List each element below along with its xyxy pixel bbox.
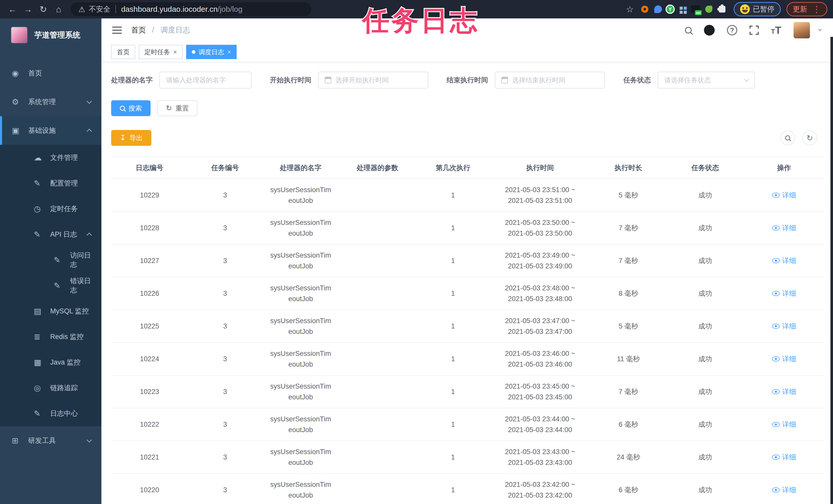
detail-link[interactable]: 详细 xyxy=(772,223,796,232)
breadcrumb-current: 调度日志 xyxy=(160,26,190,34)
sidebar-item-home[interactable]: ◉首页 xyxy=(0,59,101,87)
browser-update-button[interactable]: 更新 ⋮ xyxy=(786,2,827,16)
tab-首页[interactable]: 首页 xyxy=(111,45,135,59)
font-size-icon[interactable]: TT xyxy=(771,25,781,36)
detail-link[interactable]: 详细 xyxy=(772,354,796,363)
sidebar-item-infra[interactable]: ▣基础设施 xyxy=(0,116,101,145)
action-cell: 详细 xyxy=(744,441,824,474)
browser-menu-icon[interactable]: ⋮ xyxy=(812,4,821,14)
reload-icon[interactable]: ↻ xyxy=(37,2,50,16)
sidebar-item-access-log[interactable]: ✎访问日志 xyxy=(0,247,101,273)
sidebar-item-api-log[interactable]: ✎API 日志 xyxy=(0,222,101,247)
table-cell: 1 xyxy=(416,310,490,343)
eye-icon xyxy=(772,487,780,493)
sidebar-item-error-log[interactable]: ✎错误日志 xyxy=(0,273,101,298)
sidebar-item-label: API 日志 xyxy=(50,230,77,239)
begin-time: 2021-05-03 23:49:00 ~ xyxy=(490,250,590,261)
switch-on-extension-icon[interactable]: on xyxy=(690,3,701,15)
detail-link[interactable]: 详细 xyxy=(772,420,796,429)
eye-icon xyxy=(772,324,780,329)
table-cell: 1 xyxy=(416,277,490,310)
detail-link[interactable]: 详细 xyxy=(772,191,796,200)
table-cell: 5 毫秒 xyxy=(590,310,667,343)
leaf-extension-icon[interactable] xyxy=(703,3,715,15)
sidebar-item-label: 访问日志 xyxy=(70,251,91,269)
table-row: 102223sysUserSessionTimeoutJob12021-05-0… xyxy=(111,408,824,441)
breadcrumb-separator: / xyxy=(152,26,154,34)
sidebar-item-config[interactable]: ✎配置管理 xyxy=(0,170,101,196)
refresh-button[interactable]: ↻ xyxy=(802,130,817,145)
sidebar-item-mysql[interactable]: ▤MySQL 监控 xyxy=(0,298,101,324)
detail-link[interactable]: 详细 xyxy=(772,289,796,298)
chevron-down-icon[interactable] xyxy=(818,29,822,32)
sidebar-item-devtools[interactable]: ⊞研发工具 xyxy=(0,426,101,455)
blue-drop-extension-icon[interactable] xyxy=(652,3,664,15)
scrollbar[interactable] xyxy=(830,37,833,504)
sidebar-item-trace[interactable]: ◎链路追踪 xyxy=(0,375,101,401)
sidebar-menu: ◉首页⚙系统管理▣基础设施☁文件管理✎配置管理◷定时任务✎API 日志✎访问日志… xyxy=(0,59,101,455)
action-cell: 详细 xyxy=(744,179,824,211)
close-icon[interactable]: × xyxy=(227,48,231,56)
action-cell: 详细 xyxy=(744,310,824,343)
detail-link[interactable]: 详细 xyxy=(772,256,796,265)
back-icon[interactable]: ← xyxy=(6,2,20,16)
detail-link[interactable]: 详细 xyxy=(772,387,796,396)
reset-button[interactable]: ↻ 重置 xyxy=(157,100,197,116)
avatar[interactable] xyxy=(793,22,810,39)
sidebar-item-log-center[interactable]: ✎日志中心 xyxy=(0,401,101,426)
job-status-input[interactable]: 请选择任务状态 xyxy=(658,72,755,89)
address-bar[interactable]: ⚠ 不安全 dashboard.yudao.iocoder.cn /job/lo… xyxy=(71,2,311,16)
puzzle-extensions-icon[interactable] xyxy=(716,3,728,15)
end-time-input[interactable]: 选择结束执行时间 xyxy=(495,72,605,89)
export-button[interactable]: ↧ 导出 xyxy=(111,130,151,146)
toggle-search-button[interactable] xyxy=(780,130,795,145)
sidebar-item-job[interactable]: ◷定时任务 xyxy=(0,196,101,222)
search-icon[interactable] xyxy=(685,27,692,33)
security-label[interactable]: 不安全 xyxy=(89,4,110,14)
page-content: 处理器的名字请输入处理器的名字开始执行时间选择开始执行时间结束执行时间选择结束执… xyxy=(101,62,833,504)
begin-time: 2021-05-03 23:48:00 ~ xyxy=(490,283,590,294)
close-icon[interactable]: × xyxy=(173,48,177,56)
begin-time: 2021-05-03 23:43:00 ~ xyxy=(490,447,590,457)
home-icon[interactable]: ⌂ xyxy=(52,2,66,16)
table-cell xyxy=(339,310,416,343)
help-icon[interactable]: ? xyxy=(727,25,737,35)
table-cell: 1 xyxy=(416,441,490,474)
sidebar-item-file[interactable]: ☁文件管理 xyxy=(0,145,101,170)
bookmark-star-icon[interactable]: ☆ xyxy=(626,4,634,14)
eye-icon xyxy=(772,422,780,427)
fullscreen-icon[interactable] xyxy=(749,26,759,35)
column-header: 第几次执行 xyxy=(416,157,490,179)
hamburger-icon[interactable] xyxy=(112,27,122,34)
mysql-monitor-icon: ▤ xyxy=(34,306,50,316)
breadcrumb-home[interactable]: 首页 xyxy=(131,26,146,34)
monitor-icon: ▣ xyxy=(12,126,28,135)
handler-name-input[interactable]: 请输入处理器的名字 xyxy=(159,72,252,89)
orange-ring-extension-icon[interactable] xyxy=(639,3,651,15)
sidebar-item-java[interactable]: ▦Java 监控 xyxy=(0,350,101,375)
detail-link[interactable]: 详细 xyxy=(772,322,796,331)
tab-调度日志[interactable]: 调度日志× xyxy=(186,45,237,59)
handler-name: sysUserSessionTimeoutJob xyxy=(268,414,333,435)
table-row: 102273sysUserSessionTimeoutJob12021-05-0… xyxy=(111,244,824,277)
table-cell: 成功 xyxy=(667,375,744,408)
redis-monitor-icon: ≣ xyxy=(34,332,50,342)
paused-extension-badge[interactable]: 已暂停 xyxy=(734,2,781,16)
time-cell: 2021-05-03 23:43:00 ~2021-05-03 23:43:00 xyxy=(490,441,590,474)
sidebar-logo-row[interactable]: 芋道管理系统 xyxy=(0,19,101,52)
detail-link[interactable]: 详细 xyxy=(772,453,796,462)
github-icon[interactable] xyxy=(704,25,715,35)
forward-icon[interactable]: → xyxy=(21,2,35,16)
sidebar-item-redis[interactable]: ≣Redis 监控 xyxy=(0,324,101,350)
begin-time-input[interactable]: 选择开始执行时间 xyxy=(318,72,428,89)
search-button[interactable]: 搜索 xyxy=(111,100,150,116)
column-header: 任务编号 xyxy=(188,157,262,179)
action-cell: 详细 xyxy=(744,277,824,310)
tab-定时任务[interactable]: 定时任务× xyxy=(139,45,183,59)
green-check-extension-icon[interactable]: Y xyxy=(666,5,675,14)
table-cell: 10222 xyxy=(111,408,188,441)
detail-link[interactable]: 详细 xyxy=(772,485,796,495)
sidebar-item-system[interactable]: ⚙系统管理 xyxy=(0,87,101,116)
grid-extension-icon[interactable] xyxy=(676,3,688,15)
end-time: 2021-05-03 23:45:00 xyxy=(490,392,590,402)
